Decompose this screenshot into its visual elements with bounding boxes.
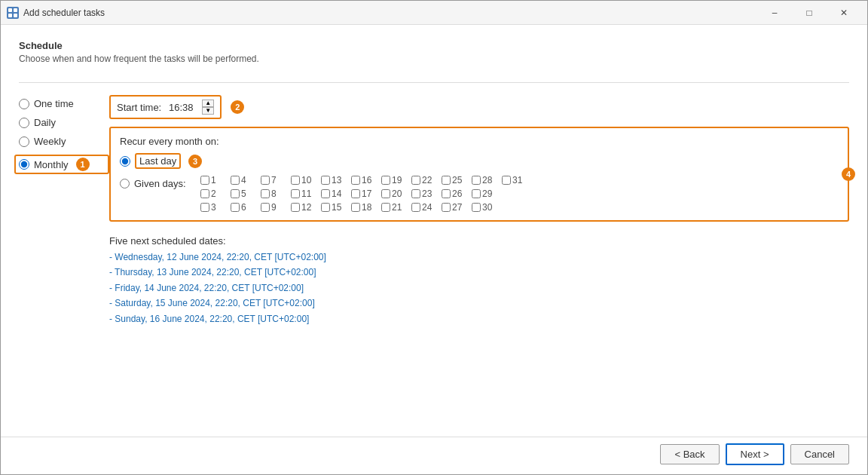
last-day-radio[interactable] [120,156,130,167]
day-6-check[interactable] [231,203,240,212]
day-22: 22 [411,175,439,185]
day-20-num: 20 [392,188,402,199]
day-30-check[interactable] [472,203,481,212]
time-value: 16:38 [167,102,194,113]
maximize-button[interactable]: □ [792,1,827,25]
day-5-num: 5 [241,188,246,199]
scheduled-dates: Five next scheduled dates: - Wednesday, … [109,235,849,326]
minimize-button[interactable]: – [757,1,792,25]
day-7-check[interactable] [261,176,270,185]
main-window: Add scheduler tasks – □ ✕ Schedule Choos… [0,0,868,475]
day-28: 28 [472,175,499,185]
day-28-num: 28 [482,175,492,185]
day-17-num: 17 [362,188,371,199]
close-button[interactable]: ✕ [827,1,861,25]
day-18-check[interactable] [351,203,360,212]
day-26-check[interactable] [442,189,451,198]
divider [19,82,849,83]
day-27-check[interactable] [442,203,451,212]
day-3-check[interactable] [200,203,209,212]
day-21: 21 [381,202,408,213]
radio-weekly-input[interactable] [19,136,29,147]
sidebar: One time Daily Weekly Monthly 1 [19,95,109,428]
content-area: Schedule Choose when and how frequent th… [1,25,867,437]
radio-monthly[interactable]: Monthly 1 [14,155,109,174]
radio-one-time[interactable]: One time [19,98,109,109]
day-4: 4 [231,175,258,185]
day-11-num: 11 [301,188,311,199]
day-1: 1 [200,175,228,185]
last-day-option: Last day 3 [120,153,839,169]
radio-one-time-input[interactable] [19,99,29,109]
day-3-num: 3 [211,202,216,213]
day-10-check[interactable] [291,176,300,185]
day-7: 7 [261,175,288,185]
day-5-check[interactable] [231,189,240,198]
day-26: 26 [442,188,469,199]
next-button[interactable]: Next > [726,443,784,465]
day-23-num: 23 [422,188,432,199]
day-11: 11 [291,188,318,199]
day-6: 6 [231,202,258,213]
day-25-num: 25 [452,175,462,185]
day-8-num: 8 [271,188,277,199]
day-9-check[interactable] [261,203,270,212]
radio-daily-input[interactable] [19,118,29,128]
day-5: 5 [231,188,258,199]
day-1-check[interactable] [200,176,209,185]
day-19-num: 19 [392,175,402,185]
day-8-check[interactable] [261,189,270,198]
radio-monthly-input[interactable] [19,159,29,170]
badge-3: 3 [188,155,202,168]
day-15: 15 [321,202,348,213]
day-12-check[interactable] [291,203,300,212]
day-21-check[interactable] [381,203,390,212]
day-10-num: 10 [301,175,311,185]
last-day-label: Last day [139,155,176,167]
day-6-num: 6 [241,202,246,213]
day-13: 13 [321,175,348,185]
day-13-check[interactable] [321,176,330,185]
radio-weekly[interactable]: Weekly [19,136,109,147]
svg-rect-0 [8,8,12,12]
day-2-num: 2 [211,188,216,199]
days-row-3: 3 6 9 12 15 18 21 24 27 30 [200,202,529,213]
day-19: 19 [381,175,408,185]
day-17-check[interactable] [351,189,360,198]
day-23-check[interactable] [411,189,420,198]
back-button[interactable]: < Back [660,444,719,464]
day-28-check[interactable] [472,176,481,185]
day-25-check[interactable] [442,176,451,185]
day-7-num: 7 [271,175,277,185]
svg-rect-3 [14,14,17,17]
day-2: 2 [200,188,228,199]
day-9: 9 [261,202,288,213]
header-section: Schedule Choose when and how frequent th… [19,40,849,64]
day-11-check[interactable] [291,189,300,198]
title-bar: Add scheduler tasks – □ ✕ [1,1,867,25]
day-2-check[interactable] [200,189,209,198]
given-days-radio[interactable] [120,179,130,188]
day-20-check[interactable] [381,189,390,198]
day-31-check[interactable] [502,176,511,185]
cancel-button[interactable]: Cancel [790,444,849,464]
day-14-check[interactable] [321,189,330,198]
day-16-check[interactable] [351,176,360,185]
day-4-check[interactable] [231,176,240,185]
radio-daily[interactable]: Daily [19,117,109,128]
time-up-button[interactable]: ▲ [202,100,214,107]
day-12-num: 12 [301,202,311,213]
day-16: 16 [351,175,378,185]
day-15-check[interactable] [321,203,330,212]
day-24-check[interactable] [411,203,420,212]
time-down-button[interactable]: ▼ [202,107,214,115]
day-31: 31 [502,175,529,185]
day-29-check[interactable] [472,189,481,198]
day-22-check[interactable] [411,176,420,185]
start-time-label: Start time: [117,102,161,113]
scheduled-date-2: - Thursday, 13 June 2024, 22:20, CET [UT… [109,265,849,280]
recur-title: Recur every month on: [120,136,839,147]
day-19-check[interactable] [381,176,390,185]
day-18-num: 18 [362,202,371,213]
given-days-label: Given days: [134,176,194,189]
